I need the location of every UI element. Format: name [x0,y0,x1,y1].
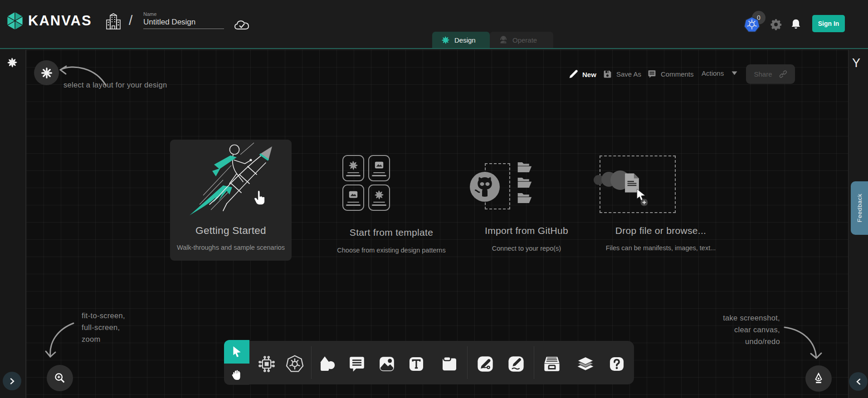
github-icon [469,171,500,202]
pen-tool-button[interactable] [475,354,495,374]
pen-tool-icon [476,355,494,373]
card-title: Getting Started [170,225,292,237]
design-canvas[interactable]: select a layout for your design New Save… [26,50,848,398]
layers-icon [575,354,595,374]
comment-tool-button[interactable] [347,354,367,374]
template-image-icon [373,160,385,170]
kubernetes-tool-button[interactable] [285,354,305,374]
pen-nib-icon [812,372,825,385]
hint-arrow-to-tools [779,322,824,367]
card-title: Start from template [323,227,459,238]
share-button[interactable]: Share [746,64,795,84]
meshery-spiral-icon[interactable] [7,57,18,68]
template-thumb-image [342,184,364,211]
expand-right-panel-button[interactable] [849,372,868,391]
rocket-illustration [186,142,281,221]
card-subtitle: Choose from existing design patterns [319,247,464,254]
image-icon [378,355,396,373]
notifications-bell-icon[interactable] [790,18,802,30]
template-spiral-icon [348,160,358,170]
note-tool-button[interactable] [439,354,459,374]
card-subtitle: Files can be manifests, images, text... [593,244,729,252]
image-tool-button[interactable] [377,354,397,374]
drawer-tool-button[interactable] [542,354,562,374]
repo-folder-icon [517,177,534,188]
app-title: KANVAS [28,13,92,29]
template-spiral-icon [374,190,384,200]
repo-folder-icon [517,193,534,204]
template-thumb-design [342,155,364,181]
kanvas-logo-icon[interactable] [5,11,24,31]
toolbar-divider [534,346,534,379]
comments-button[interactable]: Comments [647,69,694,79]
sticky-note-icon [440,355,458,373]
organization-icon[interactable] [105,13,122,31]
comment-icon [647,69,657,79]
drawing-tools-button[interactable] [805,365,832,392]
kubernetes-context-icon[interactable] [744,16,760,33]
zoom-button[interactable] [47,365,73,391]
y-tool-icon[interactable]: Y [852,56,860,70]
repo-folder-icon [517,162,534,173]
operator-icon [499,35,508,44]
toolbar-divider [467,346,468,379]
chevron-down-icon [731,71,737,75]
pencil-draw-icon [507,355,525,373]
design-spiral-icon [441,36,450,44]
shapes-tool-button[interactable] [317,354,337,374]
kanvas-app: KANVAS / Name Design [0,0,868,398]
expand-left-panel-button[interactable] [3,372,21,390]
component-chip-icon [258,355,276,373]
save-as-button[interactable]: Save As [603,69,641,79]
save-icon [603,69,612,79]
layers-tool-button[interactable] [575,354,595,374]
sign-in-button[interactable]: Sign In [812,15,845,32]
bottom-toolbar [224,340,634,385]
template-thumb-image [368,155,390,181]
chevron-right-icon [9,378,15,384]
link-icon [779,70,787,78]
add-plus-badge [640,199,648,206]
shapes-icon [318,355,336,373]
pointer-hand-cursor-icon [253,189,267,206]
pencil-icon [568,69,578,79]
hint-arrow-to-zoom [39,320,80,365]
layout-hint-text: select a layout for your design [63,81,167,89]
design-name-field: Name [143,11,224,29]
component-tool-button[interactable] [257,354,277,374]
card-subtitle: Walk-throughs and sample scenarios [170,244,292,251]
freehand-draw-button[interactable] [506,354,526,374]
card-title: Drop file or browse... [593,225,729,236]
text-icon [408,355,425,373]
canvas-tools-hint: take screenshot, clear canvas, undo/redo [644,312,780,347]
actions-dropdown[interactable]: Actions [702,69,737,77]
help-tool-button[interactable] [607,354,627,374]
comment-bubble-icon [348,355,366,373]
hand-pan-icon [231,369,242,380]
pan-tool-button[interactable] [224,364,249,385]
design-name-input[interactable] [143,17,224,29]
text-tool-button[interactable] [406,354,426,374]
cursor-select-icon [231,346,242,358]
template-image-icon [347,190,359,200]
toolbar-divider [311,346,312,379]
import-from-github-card[interactable] [459,154,568,258]
left-dock [0,50,26,398]
start-from-template-card[interactable] [317,145,462,263]
drawer-archive-icon [542,354,561,374]
tab-operate[interactable]: Operate [490,32,553,48]
cloud-save-status-icon [234,18,250,32]
card-title: Import from GitHub [458,225,595,236]
template-thumb-design [368,184,390,211]
select-tool-button[interactable] [224,340,249,364]
kubernetes-wheel-icon [285,354,304,374]
new-design-button[interactable]: New [568,69,596,79]
feedback-tab[interactable]: Feedback [851,181,868,235]
zoom-controls-hint: fit-to-screen, full-screen, zoom [82,310,125,345]
design-name-label: Name [143,11,224,17]
breadcrumb-slash: / [129,13,132,28]
question-mark-icon [608,355,625,373]
tab-design[interactable]: Design [432,32,490,48]
card-subtitle: Connect to your repo(s) [458,245,595,252]
settings-gear-icon[interactable] [770,18,782,31]
